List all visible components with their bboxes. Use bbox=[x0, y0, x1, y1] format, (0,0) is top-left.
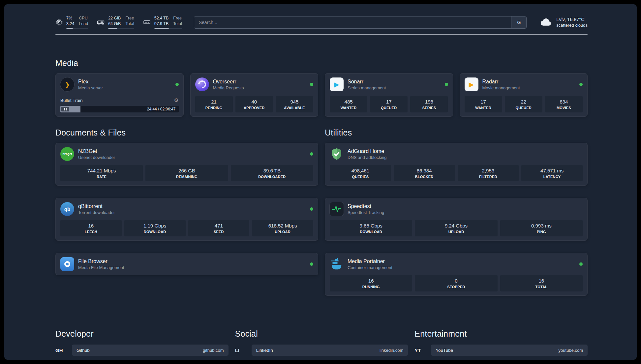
section-title-media: Media bbox=[55, 58, 588, 68]
sonarr-icon: ▶ bbox=[330, 77, 344, 91]
status-dot bbox=[310, 152, 313, 156]
memory-usage-bar bbox=[108, 28, 134, 29]
status-dot bbox=[310, 262, 313, 266]
bookmark-abbr: LI bbox=[235, 348, 252, 353]
media-grid: ❯ Plex Media server Bullet Train ⚙ bbox=[55, 73, 588, 117]
bookmark-group-developer: Developer GH Githubgithub.com SO StackOv… bbox=[55, 329, 229, 360]
middle-columns: Documents & Files nzbget NZBGet Usenet d… bbox=[55, 128, 588, 308]
qbittorrent-icon: qb bbox=[60, 202, 74, 216]
app-name: Speedtest bbox=[348, 203, 583, 209]
status-dot bbox=[310, 83, 313, 86]
stat-box: 16TOTAL bbox=[500, 275, 583, 291]
app-subtitle: Media File Management bbox=[78, 265, 306, 270]
status-dot bbox=[579, 83, 583, 86]
app-name: Media Portainer bbox=[348, 258, 575, 264]
app-name: Sonarr bbox=[348, 79, 441, 85]
utilities-column: Utilities AdGuard Home bbox=[325, 128, 588, 308]
bookmark-abbr: GH bbox=[55, 348, 72, 353]
status-dot bbox=[175, 83, 179, 86]
playback-time: 24:44 / 02:06:47 bbox=[147, 107, 176, 111]
app-card-plex[interactable]: ❯ Plex Media server Bullet Train ⚙ bbox=[55, 73, 184, 117]
section-title-entertainment: Entertainment bbox=[414, 329, 588, 339]
app-card-adguard[interactable]: AdGuard Home DNS and adblocking 498,461Q… bbox=[325, 143, 588, 186]
weather-location: Lviv, 16.87°C bbox=[556, 17, 588, 22]
stat-box: 266 GBREMAINING bbox=[145, 165, 228, 181]
nzbget-icon: nzbget bbox=[60, 147, 74, 161]
stat-box: 834MOVIES bbox=[545, 96, 583, 112]
app-card-overseerr[interactable]: Overseerr Media Requests 21PENDING 40APP… bbox=[190, 73, 319, 117]
search-bar[interactable]: G bbox=[194, 16, 527, 29]
cpu-usage-bar bbox=[66, 28, 88, 29]
disk-free-label: Free bbox=[173, 16, 182, 21]
app-card-filebrowser[interactable]: File Browser Media File Management bbox=[55, 253, 318, 275]
app-card-sonarr[interactable]: ▶ Sonarr Series management 485WANTED 17Q… bbox=[325, 73, 453, 117]
stat-box: 0STOPPED bbox=[415, 275, 497, 291]
system-metrics: 7% 3.24 CPU Load bbox=[55, 16, 182, 29]
bookmark-group-entertainment: Entertainment YT YouTubeyoutube.com NF N… bbox=[414, 329, 588, 360]
bookmark-row: GH Githubgithub.com bbox=[55, 345, 229, 356]
now-playing-title: Bullet Train bbox=[60, 98, 83, 103]
status-dot bbox=[445, 83, 448, 86]
app-subtitle: Usenet downloader bbox=[78, 155, 306, 160]
bookmark-link-github[interactable]: Githubgithub.com bbox=[72, 345, 229, 356]
app-subtitle: Torrent downloader bbox=[78, 210, 306, 215]
bookmark-link-youtube[interactable]: YouTubeyoutube.com bbox=[431, 345, 588, 356]
gear-icon[interactable]: ⚙ bbox=[174, 97, 178, 103]
cloud-icon bbox=[540, 17, 552, 28]
status-dot bbox=[310, 207, 313, 211]
search-input[interactable] bbox=[194, 16, 511, 28]
app-card-qbittorrent[interactable]: qb qBittorrent Torrent downloader 16LEEC… bbox=[55, 198, 318, 241]
bookmark-link-linkedin[interactable]: LinkedInlinkedin.com bbox=[252, 345, 408, 356]
disk-total-value: 97.9 TB bbox=[154, 21, 169, 27]
stat-box: 9.65 GbpsDOWNLOAD bbox=[330, 220, 412, 236]
cpu-percent: 7% bbox=[66, 16, 74, 21]
portainer-crane-icon bbox=[330, 257, 344, 271]
speedtest-pulse-icon bbox=[330, 202, 344, 216]
plex-icon: ❯ bbox=[60, 77, 74, 91]
cpu-label: CPU bbox=[79, 16, 88, 21]
stat-box: 196SERIES bbox=[410, 96, 448, 112]
stat-box: 16RUNNING bbox=[330, 275, 412, 291]
app-card-speedtest[interactable]: Speedtest Speedtest Tracking 9.65 GbpsDO… bbox=[325, 198, 588, 241]
playback-progress-bar[interactable]: 24:44 / 02:06:47 bbox=[60, 106, 179, 112]
section-title-developer: Developer bbox=[55, 329, 229, 339]
filebrowser-icon bbox=[60, 257, 74, 271]
stat-box: 618.52 MbpsUPLOAD bbox=[252, 220, 313, 236]
app-card-portainer[interactable]: Media Portainer Container management 16R… bbox=[325, 253, 588, 296]
app-name: Plex bbox=[78, 79, 171, 85]
memory-total-label: Total bbox=[125, 21, 134, 27]
cpu-icon bbox=[55, 18, 63, 26]
stat-box: 21PENDING bbox=[195, 96, 233, 112]
app-name: Overseerr bbox=[213, 79, 306, 85]
search-engine-button[interactable]: G bbox=[511, 16, 526, 28]
documents-column: Documents & Files nzbget NZBGet Usenet d… bbox=[55, 128, 318, 308]
app-subtitle: Speedtest Tracking bbox=[348, 210, 583, 215]
pause-button[interactable] bbox=[61, 107, 69, 111]
app-subtitle: Media server bbox=[78, 85, 171, 90]
memory-widget: 22 GiB 64 GiB Free Total bbox=[97, 16, 134, 29]
app-subtitle: Media Requests bbox=[213, 85, 306, 90]
memory-icon bbox=[97, 18, 105, 26]
app-card-nzbget[interactable]: nzbget NZBGet Usenet downloader 744.21 M… bbox=[55, 143, 318, 186]
topbar-divider bbox=[55, 34, 588, 35]
stat-box: 498,461QUERIES bbox=[330, 165, 391, 181]
app-name: AdGuard Home bbox=[348, 148, 583, 154]
dashboard-content: 7% 3.24 CPU Load bbox=[4, 4, 637, 360]
memory-free-value: 22 GiB bbox=[108, 16, 121, 21]
weather-widget[interactable]: Lviv, 16.87°C scattered clouds bbox=[540, 17, 588, 28]
app-card-radarr[interactable]: ▶ Radarr Movie management 17WANTED 22QUE… bbox=[460, 73, 588, 117]
cpu-widget: 7% 3.24 CPU Load bbox=[55, 16, 88, 29]
section-title-utilities: Utilities bbox=[325, 128, 588, 137]
disk-widget: 52.4 TB 97.9 TB Free Total bbox=[143, 16, 182, 29]
dashboard: 7% 3.24 CPU Load bbox=[4, 4, 637, 360]
stat-box: 16LEECH bbox=[60, 220, 122, 236]
stat-box: 471SEED bbox=[188, 220, 250, 236]
section-title-social: Social bbox=[235, 329, 408, 339]
stat-box: 744.21 MbpsRATE bbox=[60, 165, 143, 181]
memory-free-label: Free bbox=[125, 16, 134, 21]
stat-box: 22QUEUED bbox=[505, 96, 542, 112]
stat-box: 1.19 GbpsDOWNLOAD bbox=[124, 220, 186, 236]
bookmark-row: YT YouTubeyoutube.com bbox=[414, 345, 588, 356]
stat-box: 86,384BLOCKED bbox=[394, 165, 455, 181]
disk-usage-bar bbox=[154, 28, 182, 29]
